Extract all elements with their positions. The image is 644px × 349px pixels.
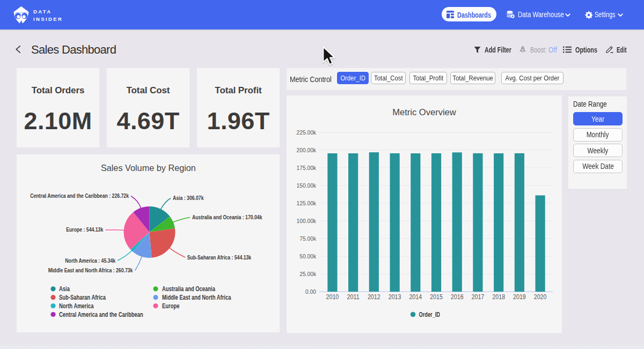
svg-text:200.00k: 200.00k (297, 147, 317, 153)
svg-text:50.00k: 50.00k (299, 253, 316, 259)
svg-text:North America : 45.34k: North America : 45.34k (65, 257, 116, 264)
svg-text:North America: North America (59, 302, 94, 310)
svg-text:225.00k: 225.00k (297, 129, 317, 136)
svg-text:2016: 2016 (451, 293, 464, 301)
svg-text:Middle East and North Africa: Middle East and North Africa (162, 294, 231, 301)
svg-text:Central America and the Caribb: Central America and the Caribbean (59, 311, 143, 318)
svg-text:2010: 2010 (326, 293, 339, 301)
svg-text:Central America and the Caribb: Central America and the Caribbean : 226.… (30, 192, 129, 199)
svg-text:Asia : 306.07k: Asia : 306.07k (173, 195, 204, 201)
svg-text:175.00k: 175.00k (297, 165, 317, 171)
svg-text:Europe : 544.13k: Europe : 544.13k (66, 226, 104, 233)
svg-text:0.00: 0.00 (305, 288, 316, 295)
svg-text:125.00k: 125.00k (297, 200, 317, 206)
svg-text:Australia and Oceania: Australia and Oceania (162, 285, 215, 293)
svg-text:2020: 2020 (534, 293, 547, 301)
svg-text:2014: 2014 (409, 293, 422, 301)
svg-text:Asia: Asia (59, 285, 70, 293)
svg-text:2015: 2015 (430, 293, 443, 301)
svg-text:2018: 2018 (492, 293, 505, 301)
svg-text:Europe: Europe (162, 302, 180, 310)
svg-text:150.00k: 150.00k (297, 182, 317, 189)
svg-text:2013: 2013 (389, 293, 401, 301)
svg-text:100.00k: 100.00k (297, 218, 317, 224)
svg-text:75.00k: 75.00k (299, 235, 316, 242)
svg-text:2012: 2012 (368, 293, 380, 301)
svg-text:Sales Volume by Region: Sales Volume by Region (101, 163, 196, 173)
svg-text:2017: 2017 (472, 293, 485, 301)
svg-text:Sub-Saharan Africa: Sub-Saharan Africa (59, 294, 106, 301)
svg-text:25.00k: 25.00k (299, 271, 316, 277)
svg-text:2011: 2011 (347, 293, 360, 301)
svg-text:Order_ID: Order_ID (419, 311, 441, 318)
svg-text:Sub-Saharan Africa : 544.13k: Sub-Saharan Africa : 544.13k (187, 254, 252, 261)
svg-text:Middle East and North Africa :: Middle East and North Africa : 260.73k (48, 267, 133, 273)
svg-text:2019: 2019 (513, 293, 526, 301)
svg-text:Metric Overview: Metric Overview (392, 107, 456, 117)
svg-text:Australia and Oceania : 170.04: Australia and Oceania : 170.04k (192, 214, 262, 220)
